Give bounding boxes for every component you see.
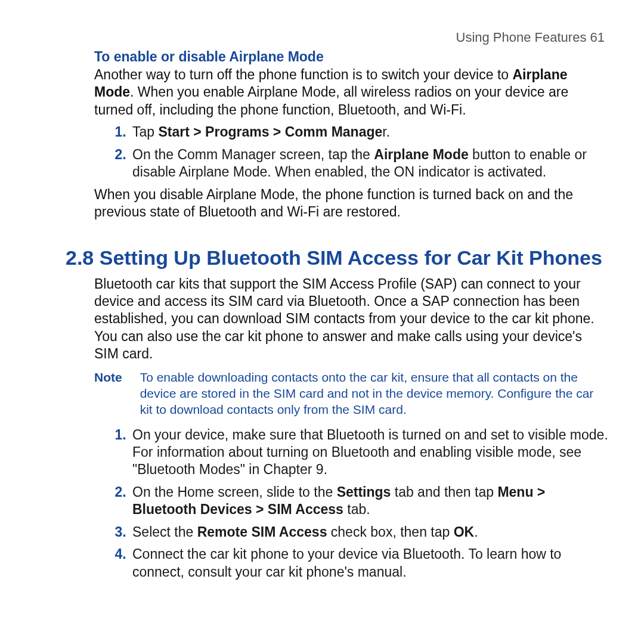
text: Bluetooth car kits that support the SIM … (94, 275, 608, 363)
step-4: Connect the car kit phone to your device… (130, 546, 608, 581)
running-header: Using Phone Features 61 (66, 30, 605, 45)
text: When you disable Airplane Mode, the phon… (94, 186, 608, 221)
step-2: On the Comm Manager screen, tap the Airp… (130, 146, 608, 181)
airplane-mode-closing: When you disable Airplane Mode, the phon… (94, 186, 608, 221)
step-1: On your device, make sure that Bluetooth… (130, 426, 608, 479)
note-label: Note (94, 369, 122, 418)
step-3: Select the Remote SIM Access check box, … (130, 524, 608, 541)
text: On the Home screen, slide to the (132, 484, 337, 500)
text: tab and then tap (391, 484, 497, 500)
text: . When you enable Airplane Mode, all wir… (94, 84, 568, 117)
airplane-mode-intro: Another way to turn off the phone functi… (94, 66, 608, 119)
text: On your device, make sure that Bluetooth… (132, 427, 608, 478)
bold-ok: OK (454, 524, 475, 540)
text: Tap (132, 124, 158, 140)
note-block: Note To enable downloading contacts onto… (94, 369, 608, 418)
step-1: Tap Start > Programs > Comm Manager. (130, 123, 608, 141)
text: tab. (343, 501, 370, 517)
text: . (474, 524, 478, 540)
text: r. (382, 124, 390, 140)
section-2-8-title: 2.8 Setting Up Bluetooth SIM Access for … (66, 246, 608, 270)
bold-path: Start > Programs > Comm Manage (158, 124, 382, 140)
sim-access-steps: On your device, make sure that Bluetooth… (94, 426, 608, 581)
step-2: On the Home screen, slide to the Setting… (130, 484, 608, 519)
airplane-mode-subheading: To enable or disable Airplane Mode (94, 49, 608, 65)
text: Connect the car kit phone to your device… (132, 546, 561, 579)
text: check box, then tap (327, 524, 453, 540)
text: On the Comm Manager screen, tap the (132, 147, 374, 162)
text: Select the (132, 524, 197, 540)
bold-airplane-mode-button: Airplane Mode (374, 147, 468, 162)
bold-remote-sim-access: Remote SIM Access (197, 524, 327, 540)
airplane-mode-steps: Tap Start > Programs > Comm Manager. On … (94, 123, 608, 181)
note-text: To enable downloading contacts onto the … (140, 369, 608, 418)
text: Another way to turn off the phone functi… (94, 67, 512, 82)
section-intro: Bluetooth car kits that support the SIM … (94, 275, 608, 363)
manual-page: Using Phone Features 61 To enable or dis… (0, 0, 644, 644)
bold-settings: Settings (337, 484, 391, 500)
